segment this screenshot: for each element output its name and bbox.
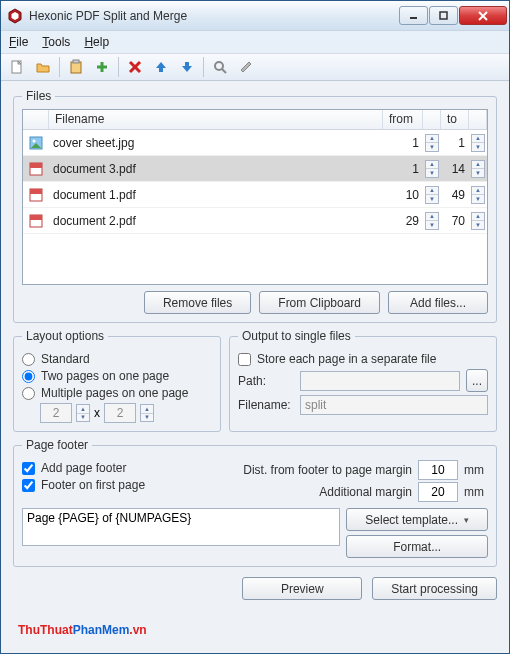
- arrow-down-icon[interactable]: [175, 55, 199, 79]
- format-button[interactable]: Format...: [346, 535, 488, 558]
- svg-rect-26: [30, 215, 42, 220]
- from-value: 1: [383, 136, 423, 150]
- radio-standard[interactable]: [22, 353, 35, 366]
- svg-rect-22: [30, 163, 42, 168]
- browse-path-button[interactable]: ...: [466, 369, 488, 392]
- file-name: document 1.pdf: [49, 188, 383, 202]
- svg-rect-24: [30, 189, 42, 194]
- from-spinner[interactable]: ▲▼: [425, 160, 439, 178]
- footer-template-input[interactable]: [22, 508, 340, 546]
- table-row[interactable]: cover sheet.jpg1▲▼1▲▼: [23, 130, 487, 156]
- path-input: [300, 371, 460, 391]
- svg-marker-15: [182, 62, 192, 72]
- menu-bar: File Tools Help: [1, 31, 509, 53]
- checkbox-store-separate[interactable]: [238, 353, 251, 366]
- file-name: document 3.pdf: [49, 162, 383, 176]
- from-value: 10: [383, 188, 423, 202]
- svg-point-16: [215, 62, 223, 70]
- preview-button[interactable]: Preview: [242, 577, 362, 600]
- to-value: 1: [441, 136, 469, 150]
- from-clipboard-button[interactable]: From Clipboard: [259, 291, 380, 314]
- table-row[interactable]: document 1.pdf10▲▼49▲▼: [23, 182, 487, 208]
- app-icon: [7, 8, 23, 24]
- radio-two-pages[interactable]: [22, 370, 35, 383]
- maximize-button[interactable]: [429, 6, 458, 25]
- svg-rect-9: [73, 60, 79, 63]
- svg-point-19: [33, 139, 36, 142]
- svg-rect-8: [71, 62, 81, 73]
- file-type-icon: [23, 135, 49, 151]
- from-spinner[interactable]: ▲▼: [425, 212, 439, 230]
- grid-width-input: [40, 403, 72, 423]
- footer-group: Page footer Add page footer Footer on fi…: [13, 438, 497, 567]
- add-files-button[interactable]: Add files...: [388, 291, 488, 314]
- spinner: ▲▼: [140, 404, 154, 422]
- file-table: Filename from to cover sheet.jpg1▲▼1▲▼do…: [22, 109, 488, 285]
- file-name: document 2.pdf: [49, 214, 383, 228]
- from-spinner[interactable]: ▲▼: [425, 186, 439, 204]
- remove-files-button[interactable]: Remove files: [144, 291, 251, 314]
- files-legend: Files: [22, 89, 55, 103]
- window-title: Hexonic PDF Split and Merge: [29, 9, 399, 23]
- checkbox-add-footer[interactable]: [22, 462, 35, 475]
- checkbox-footer-first-page[interactable]: [22, 479, 35, 492]
- minimize-button[interactable]: [399, 6, 428, 25]
- table-row[interactable]: document 3.pdf1▲▼14▲▼: [23, 156, 487, 182]
- from-value: 29: [383, 214, 423, 228]
- to-value: 14: [441, 162, 469, 176]
- file-type-icon: [23, 213, 49, 229]
- spinner: ▲▼: [76, 404, 90, 422]
- settings-icon[interactable]: [234, 55, 258, 79]
- to-spinner[interactable]: ▲▼: [471, 212, 485, 230]
- to-spinner[interactable]: ▲▼: [471, 186, 485, 204]
- menu-file[interactable]: File: [9, 35, 28, 49]
- app-window: Hexonic PDF Split and Merge File Tools H…: [0, 0, 510, 654]
- select-template-button[interactable]: Select template...: [346, 508, 488, 531]
- filename-input: [300, 395, 488, 415]
- new-doc-icon[interactable]: [5, 55, 29, 79]
- file-type-icon: [23, 187, 49, 203]
- radio-multiple-pages[interactable]: [22, 387, 35, 400]
- delete-x-icon[interactable]: [123, 55, 147, 79]
- arrow-up-icon[interactable]: [149, 55, 173, 79]
- additional-margin-input[interactable]: [418, 482, 458, 502]
- to-value: 70: [441, 214, 469, 228]
- zoom-icon[interactable]: [208, 55, 232, 79]
- to-value: 49: [441, 188, 469, 202]
- close-button[interactable]: [459, 6, 507, 25]
- start-processing-button[interactable]: Start processing: [372, 577, 497, 600]
- svg-line-17: [222, 69, 226, 73]
- grid-height-input: [104, 403, 136, 423]
- paste-clipboard-icon[interactable]: [64, 55, 88, 79]
- col-to[interactable]: to: [441, 110, 469, 129]
- watermark-text: ThuThuatPhanMem.vn: [18, 614, 147, 640]
- from-spinner[interactable]: ▲▼: [425, 134, 439, 152]
- title-bar[interactable]: Hexonic PDF Split and Merge: [1, 1, 509, 31]
- to-spinner[interactable]: ▲▼: [471, 134, 485, 152]
- to-spinner[interactable]: ▲▼: [471, 160, 485, 178]
- svg-rect-3: [440, 12, 447, 19]
- files-group: Files Filename from to cover sheet.jpg1▲…: [13, 89, 497, 323]
- add-plus-icon[interactable]: [90, 55, 114, 79]
- menu-tools[interactable]: Tools: [42, 35, 70, 49]
- menu-help[interactable]: Help: [84, 35, 109, 49]
- toolbar: [1, 53, 509, 81]
- file-type-icon: [23, 161, 49, 177]
- col-filename[interactable]: Filename: [49, 110, 383, 129]
- from-value: 1: [383, 162, 423, 176]
- col-from[interactable]: from: [383, 110, 423, 129]
- dist-margin-input[interactable]: [418, 460, 458, 480]
- file-name: cover sheet.jpg: [49, 136, 383, 150]
- table-row[interactable]: document 2.pdf29▲▼70▲▼: [23, 208, 487, 234]
- svg-marker-14: [156, 62, 166, 72]
- layout-group: Layout options Standard Two pages on one…: [13, 329, 221, 432]
- output-group: Output to single files Store each page i…: [229, 329, 497, 432]
- open-folder-icon[interactable]: [31, 55, 55, 79]
- table-header: Filename from to: [23, 110, 487, 130]
